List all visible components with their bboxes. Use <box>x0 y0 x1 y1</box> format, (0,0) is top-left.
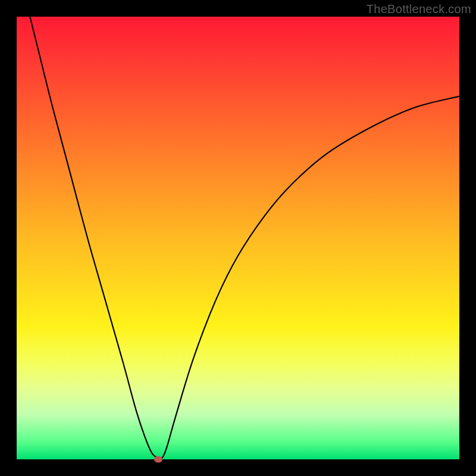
plot-area <box>17 17 459 459</box>
chart-frame: TheBottleneck.com <box>0 0 476 476</box>
bottleneck-curve <box>17 17 459 459</box>
min-marker <box>154 456 162 463</box>
watermark-text: TheBottleneck.com <box>367 2 471 16</box>
